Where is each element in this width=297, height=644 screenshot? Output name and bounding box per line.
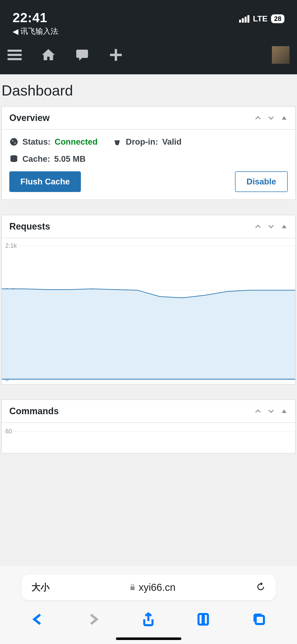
comment-icon[interactable] [75,48,89,62]
status-item: Status: Connected [9,137,97,147]
back-triangle-icon: ◀ [13,27,18,36]
network-label: LTE [253,14,268,23]
safari-chrome: 大小 xyi66.cn [0,566,297,644]
svg-point-5 [10,138,18,146]
cache-label: Cache: [22,154,50,164]
page-title: Dashboard [0,74,297,106]
tabs-button[interactable] [252,612,266,626]
dropin-value: Valid [162,137,182,147]
cache-item: Cache: 5.05 MB [9,154,86,164]
status-value: Connected [55,137,98,147]
overview-panel: Overview Status: Connected Drop-in: Vali… [2,106,295,200]
svg-rect-4 [110,54,122,56]
back-button[interactable] [31,612,45,626]
panel-header: Commands [2,400,295,423]
url-domain: xyi66.cn [139,582,176,593]
chevron-down-icon[interactable] [268,114,275,121]
svg-rect-0 [8,50,22,52]
back-app-name: 讯飞输入法 [20,26,58,37]
menu-icon[interactable] [8,48,22,62]
svg-rect-1 [8,54,22,56]
commands-chart: 60 [2,423,295,453]
plug-icon [113,137,122,146]
url-text[interactable]: xyi66.cn [129,582,176,593]
forward-button [86,612,100,626]
avatar[interactable] [272,46,289,64]
commands-panel: Commands 60 [2,400,295,453]
chevron-up-icon[interactable] [254,223,261,230]
panel-header: Overview [2,107,295,130]
bookmarks-button[interactable] [197,612,211,626]
dropin-item: Drop-in: Valid [113,137,181,147]
status-bar: 22:41 ◀ 讯飞输入法 LTE 28 [0,0,297,35]
requests-line [2,238,295,384]
refresh-button[interactable] [256,582,266,593]
svg-point-6 [12,140,13,141]
dropin-label: Drop-in: [126,137,158,147]
admin-toolbar [0,35,297,74]
plus-icon[interactable] [109,48,123,62]
home-indicator[interactable] [116,637,181,640]
url-bar[interactable]: 大小 xyi66.cn [21,574,276,600]
panel-title: Commands [9,406,59,416]
signal-icon [239,15,249,23]
zoom-control[interactable]: 大小 [31,581,50,594]
status-label: Status: [22,137,51,147]
clock: 22:41 [13,10,58,25]
chevron-up-icon[interactable] [254,408,261,415]
requests-chart: 2.1k1.4k7000 [2,238,295,384]
chevron-down-icon[interactable] [268,408,275,415]
svg-rect-11 [256,616,264,624]
panel-title: Overview [9,113,50,123]
gauge-icon [9,137,18,146]
chevron-up-icon[interactable] [254,114,261,121]
triangle-up-icon[interactable] [281,114,288,121]
disable-button[interactable]: Disable [235,171,288,192]
cache-value: 5.05 MB [54,154,86,164]
flush-cache-button[interactable]: Flush Cache [9,171,81,192]
requests-panel: Requests 2.1k1.4k7000 [2,215,295,384]
svg-point-7 [14,142,16,144]
home-icon[interactable] [41,48,55,62]
database-icon [9,154,18,164]
svg-rect-10 [130,587,135,590]
share-button[interactable] [141,612,155,626]
lock-icon [129,584,136,591]
panel-header: Requests [2,215,295,238]
back-to-app[interactable]: ◀ 讯飞输入法 [13,26,58,37]
battery-indicator: 28 [271,14,284,23]
svg-rect-2 [8,58,22,60]
triangle-up-icon[interactable] [281,223,288,230]
triangle-up-icon[interactable] [281,408,288,415]
chevron-down-icon[interactable] [268,223,275,230]
panel-title: Requests [9,221,50,232]
